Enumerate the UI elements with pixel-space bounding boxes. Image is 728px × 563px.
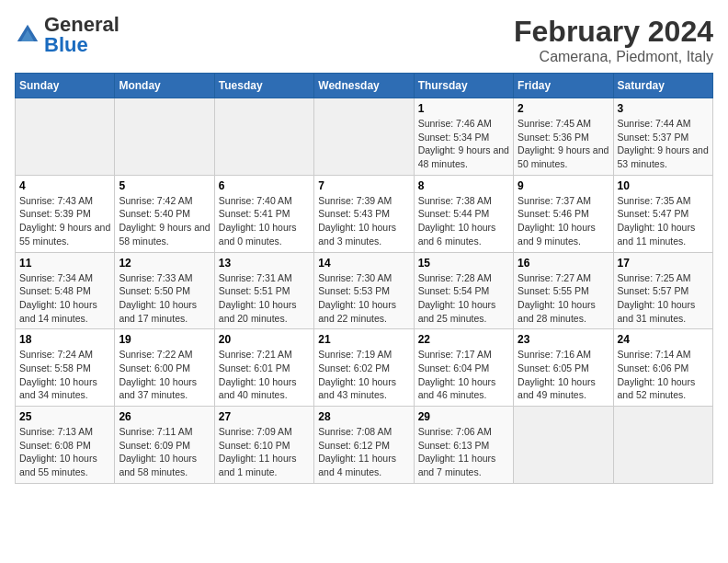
day-number: 19 (119, 333, 210, 346)
day-info: Sunrise: 7:17 AMSunset: 6:04 PMDaylight:… (418, 348, 509, 402)
logo-icon (15, 22, 40, 48)
day-info: Sunrise: 7:39 AMSunset: 5:43 PMDaylight:… (318, 194, 409, 248)
calendar-table: SundayMondayTuesdayWednesdayThursdayFrid… (15, 73, 713, 484)
subtitle: Camerana, Piedmont, Italy (514, 49, 713, 65)
calendar-cell: 9Sunrise: 7:37 AMSunset: 5:46 PMDaylight… (514, 175, 613, 252)
day-info: Sunrise: 7:22 AMSunset: 6:00 PMDaylight:… (119, 348, 210, 402)
day-number: 29 (418, 410, 509, 423)
day-number: 16 (518, 257, 609, 270)
logo-blue: Blue (44, 33, 88, 56)
day-number: 20 (219, 333, 310, 346)
page-header: General Blue February 2024 Camerana, Pie… (15, 15, 713, 65)
calendar-cell (514, 407, 613, 484)
day-info: Sunrise: 7:21 AMSunset: 6:01 PMDaylight:… (219, 348, 310, 402)
day-info: Sunrise: 7:34 AMSunset: 5:48 PMDaylight:… (19, 271, 110, 326)
day-number: 28 (318, 410, 409, 423)
logo: General Blue (15, 15, 119, 55)
calendar-cell: 3Sunrise: 7:44 AMSunset: 5:37 PMDaylight… (613, 98, 712, 176)
day-number: 3 (618, 102, 709, 115)
day-info: Sunrise: 7:31 AMSunset: 5:51 PMDaylight:… (219, 271, 310, 326)
day-number: 18 (19, 333, 110, 346)
day-number: 5 (119, 179, 210, 192)
day-info: Sunrise: 7:42 AMSunset: 5:40 PMDaylight:… (119, 194, 210, 248)
calendar-cell (613, 407, 712, 484)
calendar-cell: 22Sunrise: 7:17 AMSunset: 6:04 PMDayligh… (414, 329, 513, 407)
day-number: 25 (19, 410, 110, 423)
calendar-week-row: 18Sunrise: 7:24 AMSunset: 5:58 PMDayligh… (16, 329, 713, 407)
day-info: Sunrise: 7:37 AMSunset: 5:46 PMDaylight:… (518, 194, 609, 248)
day-number: 10 (618, 179, 709, 192)
day-number: 6 (219, 179, 310, 192)
calendar-cell: 10Sunrise: 7:35 AMSunset: 5:47 PMDayligh… (613, 175, 712, 252)
day-info: Sunrise: 7:44 AMSunset: 5:37 PMDaylight:… (618, 117, 709, 171)
day-header-sunday: Sunday (16, 74, 115, 98)
main-title: February 2024 (514, 15, 713, 49)
day-number: 9 (518, 179, 609, 192)
calendar-cell: 12Sunrise: 7:33 AMSunset: 5:50 PMDayligh… (115, 252, 214, 329)
day-info: Sunrise: 7:28 AMSunset: 5:54 PMDaylight:… (418, 271, 509, 326)
calendar-week-row: 4Sunrise: 7:43 AMSunset: 5:39 PMDaylight… (16, 175, 713, 252)
logo-text: General Blue (44, 15, 119, 55)
calendar-week-row: 1Sunrise: 7:46 AMSunset: 5:34 PMDaylight… (16, 98, 713, 176)
calendar-cell: 25Sunrise: 7:13 AMSunset: 6:08 PMDayligh… (16, 407, 115, 484)
calendar-cell: 1Sunrise: 7:46 AMSunset: 5:34 PMDaylight… (414, 98, 513, 176)
calendar-cell: 8Sunrise: 7:38 AMSunset: 5:44 PMDaylight… (414, 175, 513, 252)
calendar-cell: 27Sunrise: 7:09 AMSunset: 6:10 PMDayligh… (214, 407, 313, 484)
day-number: 23 (518, 333, 609, 346)
day-info: Sunrise: 7:35 AMSunset: 5:47 PMDaylight:… (618, 194, 709, 248)
day-info: Sunrise: 7:16 AMSunset: 6:05 PMDaylight:… (518, 348, 609, 402)
day-info: Sunrise: 7:14 AMSunset: 6:06 PMDaylight:… (618, 348, 709, 402)
calendar-cell: 19Sunrise: 7:22 AMSunset: 6:00 PMDayligh… (115, 329, 214, 407)
calendar-cell: 17Sunrise: 7:25 AMSunset: 5:57 PMDayligh… (613, 252, 712, 329)
calendar-cell: 13Sunrise: 7:31 AMSunset: 5:51 PMDayligh… (214, 252, 313, 329)
day-number: 15 (418, 257, 509, 270)
day-number: 26 (119, 410, 210, 423)
calendar-cell: 14Sunrise: 7:30 AMSunset: 5:53 PMDayligh… (314, 252, 414, 329)
day-info: Sunrise: 7:13 AMSunset: 6:08 PMDaylight:… (19, 425, 110, 479)
day-header-thursday: Thursday (414, 74, 513, 98)
day-number: 11 (19, 257, 110, 270)
day-info: Sunrise: 7:30 AMSunset: 5:53 PMDaylight:… (318, 271, 409, 326)
calendar-cell: 4Sunrise: 7:43 AMSunset: 5:39 PMDaylight… (16, 175, 115, 252)
day-info: Sunrise: 7:19 AMSunset: 6:02 PMDaylight:… (318, 348, 409, 402)
day-number: 13 (219, 257, 310, 270)
calendar-cell: 15Sunrise: 7:28 AMSunset: 5:54 PMDayligh… (414, 252, 513, 329)
calendar-cell (16, 98, 115, 176)
calendar-cell: 18Sunrise: 7:24 AMSunset: 5:58 PMDayligh… (16, 329, 115, 407)
calendar-cell: 21Sunrise: 7:19 AMSunset: 6:02 PMDayligh… (314, 329, 414, 407)
day-info: Sunrise: 7:33 AMSunset: 5:50 PMDaylight:… (119, 271, 210, 326)
day-info: Sunrise: 7:24 AMSunset: 5:58 PMDaylight:… (19, 348, 110, 402)
calendar-cell: 29Sunrise: 7:06 AMSunset: 6:13 PMDayligh… (414, 407, 513, 484)
day-number: 22 (418, 333, 509, 346)
calendar-cell: 23Sunrise: 7:16 AMSunset: 6:05 PMDayligh… (514, 329, 613, 407)
calendar-cell: 16Sunrise: 7:27 AMSunset: 5:55 PMDayligh… (514, 252, 613, 329)
calendar-cell: 2Sunrise: 7:45 AMSunset: 5:36 PMDaylight… (514, 98, 613, 176)
day-number: 7 (318, 179, 409, 192)
day-number: 1 (418, 102, 509, 115)
day-info: Sunrise: 7:08 AMSunset: 6:12 PMDaylight:… (318, 425, 409, 479)
day-number: 4 (19, 179, 110, 192)
day-info: Sunrise: 7:38 AMSunset: 5:44 PMDaylight:… (418, 194, 509, 248)
day-header-tuesday: Tuesday (214, 74, 313, 98)
day-number: 21 (318, 333, 409, 346)
calendar-cell (115, 98, 214, 176)
day-number: 27 (219, 410, 310, 423)
day-number: 12 (119, 257, 210, 270)
calendar-week-row: 11Sunrise: 7:34 AMSunset: 5:48 PMDayligh… (16, 252, 713, 329)
day-info: Sunrise: 7:25 AMSunset: 5:57 PMDaylight:… (618, 271, 709, 326)
day-number: 17 (618, 257, 709, 270)
day-number: 8 (418, 179, 509, 192)
calendar-cell: 11Sunrise: 7:34 AMSunset: 5:48 PMDayligh… (16, 252, 115, 329)
day-header-saturday: Saturday (613, 74, 712, 98)
calendar-header-row: SundayMondayTuesdayWednesdayThursdayFrid… (16, 74, 713, 98)
calendar-cell: 24Sunrise: 7:14 AMSunset: 6:06 PMDayligh… (613, 329, 712, 407)
calendar-cell (314, 98, 414, 176)
calendar-week-row: 25Sunrise: 7:13 AMSunset: 6:08 PMDayligh… (16, 407, 713, 484)
day-number: 24 (618, 333, 709, 346)
day-number: 14 (318, 257, 409, 270)
day-info: Sunrise: 7:40 AMSunset: 5:41 PMDaylight:… (219, 194, 310, 248)
calendar-cell: 5Sunrise: 7:42 AMSunset: 5:40 PMDaylight… (115, 175, 214, 252)
calendar-cell: 6Sunrise: 7:40 AMSunset: 5:41 PMDaylight… (214, 175, 313, 252)
day-info: Sunrise: 7:06 AMSunset: 6:13 PMDaylight:… (418, 425, 509, 479)
day-number: 2 (518, 102, 609, 115)
